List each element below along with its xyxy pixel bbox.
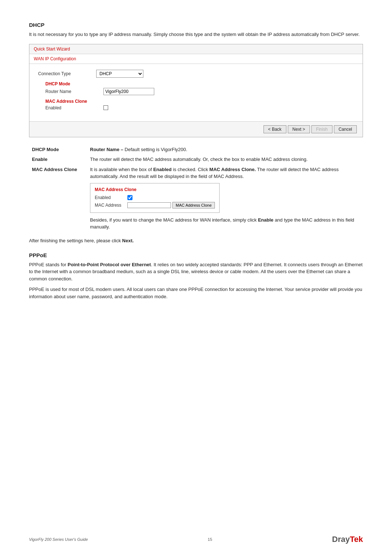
wizard-subheader: WAN IP Configuration [29,54,363,64]
mini-enabled-checkbox[interactable] [127,195,132,200]
enable-def: The router will detect the MAC address a… [87,154,363,165]
description-table: DHCP Mode Router Name – Default setting … [29,145,363,232]
page-footer: VigorFly 200 Series User's Guide 15 Dray… [29,535,363,544]
enabled-checkbox-square[interactable] [103,105,108,110]
logo-tek: Tek [350,535,363,544]
wizard-header: Quick Start Wizard [29,44,363,54]
mac-address-clone-button[interactable]: MAC Address Clone [172,202,215,208]
router-name-label: Router Name [45,89,103,94]
mini-mac-address-label: MAC Address [95,202,127,208]
connection-type-select[interactable]: DHCP [96,70,143,78]
mini-mac-address-input[interactable] [127,202,171,208]
mini-enabled-label: Enabled [95,194,127,201]
cancel-button[interactable]: Cancel [334,125,357,133]
dhcp-section-title: DHCP [29,22,363,28]
dhcp-section-desc: It is not necessary for you to type any … [29,31,363,38]
pppoe-section-title: PPPoE [29,252,363,258]
mac-clone-term: MAC Address Clone [29,165,87,232]
wizard-panel: Quick Start Wizard WAN IP Configuration … [29,44,363,137]
footer-page: 15 [208,537,212,542]
draytek-logo: DrayTek [332,535,363,544]
back-button[interactable]: < Back [264,125,286,133]
dhcp-mode-label: DHCP Mode [45,81,354,86]
enabled-label: Enabled [45,105,103,110]
besides-text: Besides, if you want to change the MAC a… [90,216,360,231]
router-name-input[interactable] [103,88,154,95]
mac-clone-def: It is available when the box of Enabled … [87,165,363,232]
enable-term: Enable [29,154,87,165]
mini-panel: MAC Address Clone Enabled MAC Address MA… [90,183,220,213]
mini-panel-title: MAC Address Clone [95,186,215,193]
dhcp-mode-def: Router Name – Default setting is VigorFl… [87,145,363,155]
finish-button[interactable]: Finish [311,125,332,133]
logo-dray: Dray [332,535,350,544]
footer-guide: VigorFly 200 Series User's Guide [29,537,88,542]
mac-address-clone-label: MAC Address Clone [45,99,354,104]
pppoe-para2: PPPoE is used for most of DSL modem user… [29,286,363,300]
dhcp-mode-term: DHCP Mode [29,145,87,155]
pppoe-para1: PPPoE stands for Point-to-Point Protocol… [29,261,363,283]
connection-type-label: Connection Type [38,71,96,76]
wizard-footer: < Back Next > Finish Cancel [29,121,363,137]
after-next-text: After finishing the settings here, pleas… [29,238,363,243]
next-button[interactable]: Next > [288,125,310,133]
